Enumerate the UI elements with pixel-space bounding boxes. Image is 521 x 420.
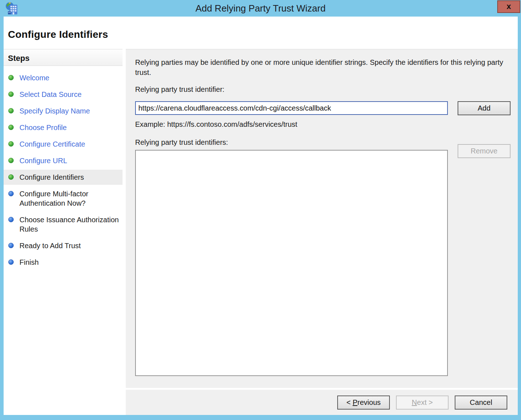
step-label: Choose Issuance Authorization Rules bbox=[19, 216, 119, 233]
title-bar: Add Relying Party Trust Wizard x bbox=[0, 0, 521, 17]
step-complete-icon bbox=[8, 108, 14, 113]
wizard-footer: < Previous Next > Cancel bbox=[126, 390, 518, 415]
step-complete-icon bbox=[8, 91, 14, 97]
identifier-input[interactable] bbox=[135, 101, 448, 115]
sidebar-step-select-data-source[interactable]: Select Data Source bbox=[4, 87, 123, 102]
window-title: Add Relying Party Trust Wizard bbox=[0, 0, 521, 17]
step-label: Configure Certificate bbox=[19, 140, 85, 148]
content-panel: Relying parties may be identified by one… bbox=[126, 49, 518, 388]
step-pending-icon bbox=[8, 243, 14, 248]
step-label: Configure Multi-factor Authentication No… bbox=[19, 190, 88, 207]
page-header: Configure Identifiers bbox=[4, 17, 518, 49]
page-description: Relying parties may be identified by one… bbox=[135, 57, 506, 77]
identifiers-list-label: Relying party trust identifiers: bbox=[135, 138, 228, 147]
cancel-button[interactable]: Cancel bbox=[455, 396, 507, 410]
previous-label-rest: revious bbox=[357, 398, 380, 406]
close-button[interactable]: x bbox=[497, 0, 520, 13]
sidebar-step-configure-identifiers: Configure Identifiers bbox=[4, 170, 123, 185]
steps-list: WelcomeSelect Data SourceSpecify Display… bbox=[4, 66, 123, 270]
sidebar-step-choose-issuance-authorization-rules: Choose Issuance Authorization Rules bbox=[4, 212, 123, 237]
step-label: Ready to Add Trust bbox=[19, 242, 81, 250]
sidebar-step-welcome[interactable]: Welcome bbox=[4, 70, 123, 85]
identifiers-listbox[interactable] bbox=[135, 150, 448, 376]
previous-label-key: P bbox=[353, 398, 357, 406]
next-label-rest: ext > bbox=[417, 398, 433, 406]
step-complete-icon bbox=[8, 158, 14, 163]
add-button[interactable]: Add bbox=[458, 101, 511, 115]
window-body: Configure Identifiers Steps WelcomeSelec… bbox=[4, 17, 518, 415]
wizard-window: Add Relying Party Trust Wizard x Configu… bbox=[0, 0, 521, 420]
step-label: Configure Identifiers bbox=[19, 173, 84, 181]
sidebar-step-choose-profile[interactable]: Choose Profile bbox=[4, 120, 123, 135]
step-complete-icon bbox=[8, 125, 14, 130]
sidebar-step-finish: Finish bbox=[4, 255, 123, 270]
step-label: Select Data Source bbox=[19, 90, 81, 98]
step-label: Choose Profile bbox=[19, 124, 67, 131]
sidebar-step-specify-display-name[interactable]: Specify Display Name bbox=[4, 103, 123, 119]
steps-sidebar: Steps WelcomeSelect Data SourceSpecify D… bbox=[4, 49, 123, 415]
step-label: Configure URL bbox=[19, 157, 67, 165]
step-pending-icon bbox=[8, 259, 14, 265]
next-label-key: N bbox=[412, 398, 417, 406]
sidebar-step-configure-multi-factor-authentication-now: Configure Multi-factor Authentication No… bbox=[4, 186, 123, 211]
previous-button[interactable]: < Previous bbox=[337, 396, 390, 410]
step-complete-icon bbox=[8, 75, 14, 80]
page-title: Configure Identifiers bbox=[4, 17, 518, 40]
step-label: Finish bbox=[19, 258, 39, 266]
step-label: Welcome bbox=[19, 74, 49, 82]
step-complete-icon bbox=[8, 174, 14, 180]
steps-heading: Steps bbox=[4, 49, 123, 66]
next-button[interactable]: Next > bbox=[396, 396, 449, 410]
step-complete-icon bbox=[8, 141, 14, 147]
remove-button[interactable]: Remove bbox=[458, 144, 511, 158]
sidebar-step-configure-url[interactable]: Configure URL bbox=[4, 153, 123, 168]
identifier-example-text: Example: https://fs.contoso.com/adfs/ser… bbox=[135, 120, 297, 129]
sidebar-step-ready-to-add-trust: Ready to Add Trust bbox=[4, 238, 123, 253]
previous-label-pre: < bbox=[346, 398, 352, 406]
sidebar-step-configure-certificate[interactable]: Configure Certificate bbox=[4, 137, 123, 152]
step-pending-icon bbox=[8, 191, 14, 196]
step-pending-icon bbox=[8, 217, 14, 222]
identifier-input-label: Relying party trust identifier: bbox=[135, 85, 224, 94]
step-label: Specify Display Name bbox=[19, 107, 90, 115]
